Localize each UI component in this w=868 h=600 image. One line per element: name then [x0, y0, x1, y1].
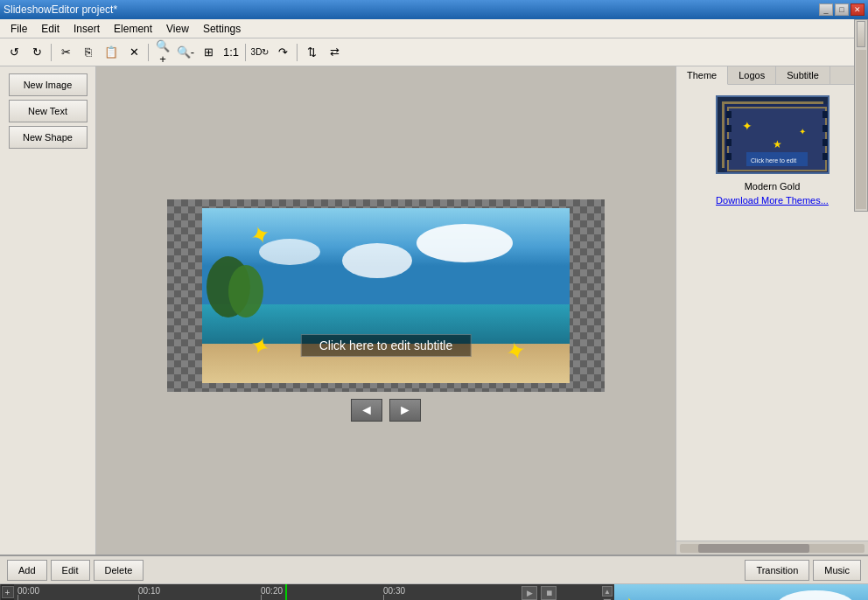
menu-edit[interactable]: Edit [34, 21, 66, 37]
ruler-line-30 [383, 595, 384, 600]
theme-filmstrip: ✦ ★ ✦ Click here to edit [722, 101, 823, 168]
svg-text:Click here to edit: Click here to edit [751, 157, 796, 164]
ruler-line-0 [18, 595, 18, 600]
svg-rect-15 [822, 125, 828, 132]
left-panel: New Image New Text New Shape [0, 66, 96, 555]
svg-text:✦: ✦ [742, 119, 752, 133]
redo-button[interactable]: ↻ [26, 42, 47, 63]
zoom-fit-button[interactable]: ⊞ [198, 42, 219, 63]
svg-rect-12 [726, 139, 732, 146]
play-button-timeline[interactable]: ▶ [522, 586, 537, 600]
zoom-in-button[interactable]: 🔍+ [152, 42, 173, 63]
preview-video: ✦ ✦ Click here to edit subtitle [614, 584, 868, 600]
delete-button[interactable]: Delete [94, 560, 144, 581]
paste-button[interactable]: 📋 [101, 42, 122, 63]
playhead[interactable] [285, 584, 287, 600]
window-controls: _ □ ✕ [819, 3, 864, 16]
transition-button[interactable]: Transition [745, 560, 809, 581]
flip-v-button[interactable]: ⇄ [324, 42, 345, 63]
svg-rect-11 [726, 125, 732, 132]
tracks-scroll: 00:00 00:10 00:20 00:30 ▶ ⏹ [14, 584, 600, 600]
zoom-controls: + - [0, 584, 14, 600]
ruler-0: 00:00 [18, 586, 39, 596]
inner-timeline: + - 00:00 00:10 00:20 00:30 ▶ [0, 584, 614, 600]
close-button[interactable]: ✕ [850, 3, 864, 16]
svg-text:★: ★ [773, 138, 782, 150]
ruler-line-10 [138, 595, 139, 600]
edit-button[interactable]: Edit [51, 560, 90, 581]
toolbar-separator-2 [148, 44, 149, 61]
theme-preview[interactable]: ✦ ★ ✦ Click here to edit [716, 95, 830, 174]
svg-point-2 [416, 224, 513, 262]
zoom-in-timeline[interactable]: + [2, 586, 14, 598]
h-scrollbar [676, 541, 868, 555]
ruler-30: 00:30 [383, 586, 405, 596]
theme-panel: Theme Logos Subtitle [676, 66, 868, 555]
menu-element[interactable]: Element [107, 21, 159, 37]
cut-button[interactable]: ✂ [55, 42, 76, 63]
toolbar-separator-3 [245, 44, 246, 61]
timeline-v-scrollbar: ▲ ▼ [600, 584, 614, 600]
copy-button[interactable]: ⎘ [78, 42, 99, 63]
canvas-area: ✦ ✦ ✦ Click here to edit subtitle ◄ ► [96, 66, 676, 555]
preview-panel: ✦ ✦ Click here to edit subtitle ⏹ ▶ 00:0… [614, 584, 868, 600]
svg-rect-14 [822, 111, 828, 118]
theme-tabs: Theme Logos Subtitle [676, 66, 868, 85]
v-scroll-up[interactable]: ▲ [602, 586, 612, 597]
menu-settings[interactable]: Settings [196, 21, 248, 37]
add-button[interactable]: Add [7, 560, 47, 581]
h-scroll-thumb[interactable] [698, 544, 809, 553]
title-bar: SlideshowEditor project* _ □ ✕ [0, 0, 868, 19]
delete-button[interactable]: ✕ [123, 42, 144, 63]
svg-text:✦: ✦ [799, 127, 806, 136]
ruler-10: 00:10 [138, 586, 160, 596]
stop-button-timeline[interactable]: ⏹ [541, 586, 556, 600]
timeline-ruler: 00:00 00:10 00:20 00:30 ▶ ⏹ [14, 584, 600, 600]
new-shape-button[interactable]: New Shape [9, 126, 88, 149]
toolbar-separator-1 [51, 44, 52, 61]
rotate-3d-button[interactable]: 3D↻ [249, 42, 270, 63]
download-themes-link[interactable]: Download More Themes... [712, 192, 832, 209]
zoom-100-button[interactable]: 1:1 [220, 42, 242, 63]
window-title: SlideshowEditor project* [4, 3, 117, 16]
menu-insert[interactable]: Insert [66, 21, 107, 37]
main-area: New Image New Text New Shape [0, 66, 868, 555]
preview-image: ✦ ✦ Click here to edit subtitle [614, 584, 868, 600]
timeline-toolbar: Add Edit Delete Transition Music [0, 556, 868, 584]
tab-theme[interactable]: Theme [676, 66, 728, 85]
svg-rect-16 [822, 139, 828, 146]
new-image-button[interactable]: New Image [9, 73, 88, 96]
toolbar-separator-4 [297, 44, 298, 61]
zoom-out-button[interactable]: 🔍- [175, 42, 196, 63]
tab-logos[interactable]: Logos [728, 66, 776, 84]
slide-canvas[interactable]: ✦ ✦ ✦ Click here to edit subtitle [167, 199, 605, 392]
prev-slide-button[interactable]: ◄ [351, 399, 382, 422]
playback-controls: ▶ ⏹ [522, 586, 556, 600]
tab-subtitle[interactable]: Subtitle [776, 66, 830, 84]
svg-rect-13 [726, 153, 732, 160]
theme-scrollbar[interactable] [854, 85, 868, 212]
svg-point-7 [228, 265, 263, 317]
minimize-button[interactable]: _ [819, 3, 833, 16]
slide-image[interactable]: ✦ ✦ ✦ Click here to edit subtitle [202, 208, 570, 383]
slide-subtitle[interactable]: Click here to edit subtitle [301, 334, 472, 357]
flip-h-button[interactable]: ⇅ [301, 42, 322, 63]
menu-file[interactable]: File [4, 21, 34, 37]
rotate-cw-button[interactable]: ↷ [272, 42, 293, 63]
new-text-button[interactable]: New Text [9, 100, 88, 122]
toolbar: ↺ ↻ ✂ ⎘ 📋 ✕ 🔍+ 🔍- ⊞ 1:1 3D↻ ↷ ⇅ ⇄ [0, 38, 868, 66]
theme-name: Modern Gold [745, 181, 801, 192]
theme-list: ✦ ★ ✦ Click here to edit Modern Gold Dow… [676, 85, 868, 541]
next-slide-button[interactable]: ► [389, 399, 421, 422]
timeline-container: + - 00:00 00:10 00:20 00:30 ▶ [0, 584, 868, 600]
bottom-section: Add Edit Delete Transition Music + - 00:… [0, 555, 868, 600]
music-button[interactable]: Music [813, 560, 861, 581]
ruler-20: 00:20 [261, 586, 283, 596]
maximize-button[interactable]: □ [835, 3, 849, 16]
svg-rect-17 [822, 153, 828, 160]
menu-view[interactable]: View [159, 21, 196, 37]
theme-panel-content: ✦ ★ ✦ Click here to edit Modern Gold Dow… [676, 85, 868, 541]
ruler-line-20 [261, 595, 262, 600]
undo-button[interactable]: ↺ [4, 42, 24, 63]
canvas-navigation: ◄ ► [351, 399, 421, 422]
